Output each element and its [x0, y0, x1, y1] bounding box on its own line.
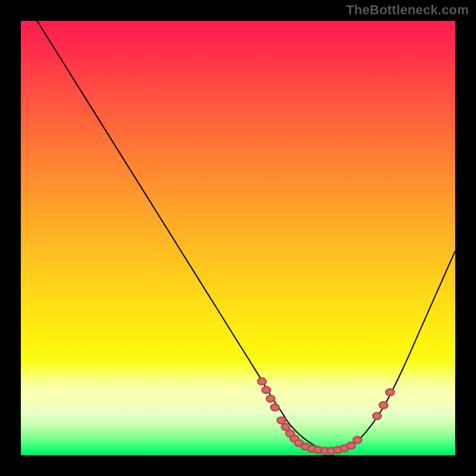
marker-dot	[262, 387, 271, 393]
marker-dot	[281, 424, 290, 430]
curve-layer	[21, 21, 455, 455]
plot-area	[21, 21, 455, 455]
marker-dot	[347, 442, 355, 449]
chart-frame: TheBottleneck.com	[0, 0, 476, 476]
marker-dot	[380, 402, 388, 409]
curve-markers	[258, 378, 394, 454]
marker-dot	[271, 404, 279, 411]
marker-dot	[353, 437, 362, 443]
marker-dot	[267, 396, 275, 402]
marker-dot	[277, 417, 286, 424]
watermark-text: TheBottleneck.com	[346, 2, 469, 18]
bottleneck-curve	[21, 21, 455, 452]
marker-dot	[373, 413, 381, 419]
marker-dot	[258, 378, 266, 384]
marker-dot	[386, 389, 394, 396]
